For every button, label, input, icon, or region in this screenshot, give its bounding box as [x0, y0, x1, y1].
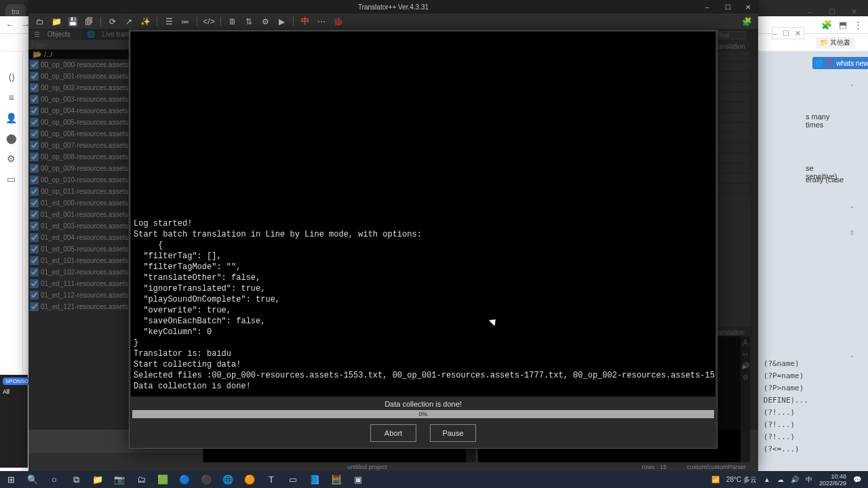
list2-icon[interactable]: ≔: [178, 15, 193, 28]
bars-icon[interactable]: ≡: [8, 92, 14, 103]
tree-check[interactable]: [30, 256, 39, 265]
tree-check[interactable]: [30, 152, 39, 161]
taskbar-app[interactable]: 📁: [87, 471, 108, 488]
notif-icon[interactable]: 💬: [853, 476, 861, 483]
tree-check[interactable]: [30, 118, 39, 127]
tab-objects[interactable]: ☰ Objects: [28, 30, 81, 40]
more-icon[interactable]: ⋮: [854, 20, 863, 30]
tree-check[interactable]: [30, 176, 39, 184]
min-button[interactable]: –: [697, 0, 717, 14]
gear-icon[interactable]: ⚙: [7, 153, 16, 164]
tree-check[interactable]: [30, 279, 39, 288]
share-icon[interactable]: ⇪: [849, 229, 854, 237]
taskbar-app[interactable]: 🌐: [217, 471, 239, 488]
whatsnew-button[interactable]: ❓ whats new?: [823, 57, 868, 69]
status-rows: rows : 15: [642, 464, 667, 470]
taskbar-app[interactable]: 🧮: [326, 471, 347, 488]
tray-icon[interactable]: 📶: [711, 476, 719, 483]
gear-icon[interactable]: ⚙: [258, 15, 273, 28]
sponsor-block: SPONSO All: [0, 375, 28, 468]
option-icon[interactable]: ⋯: [314, 15, 329, 28]
tree-check[interactable]: [30, 95, 39, 104]
taskbar-app[interactable]: 📷: [108, 471, 130, 488]
tree-check[interactable]: [30, 222, 39, 230]
taskbar-app[interactable]: 🟩: [152, 471, 174, 488]
code-icon[interactable]: ⟨⟩: [8, 72, 15, 83]
taskbar-app[interactable]: 🗂: [130, 471, 152, 488]
chevron-down-icon[interactable]: ⌄: [849, 202, 854, 209]
code-icon[interactable]: </>: [201, 15, 216, 28]
titlebar: Translator++ Ver.4.3.31 – ☐ ✕: [28, 0, 758, 14]
tray-icon[interactable]: ☁: [777, 476, 784, 483]
scrollbar[interactable]: [750, 30, 758, 462]
taskbar-app[interactable]: 🔵: [174, 471, 195, 488]
ext-icon-2[interactable]: ⬒: [839, 20, 847, 30]
video-icon[interactable]: ⬤: [6, 133, 17, 144]
tree-check[interactable]: [30, 291, 39, 300]
tree-check[interactable]: [30, 164, 39, 173]
taskbar-app[interactable]: 🟠: [239, 471, 260, 488]
abort-button[interactable]: Abort: [370, 424, 416, 442]
weather[interactable]: 28°C 多云: [726, 475, 757, 485]
back-icon[interactable]: ←: [5, 20, 14, 30]
list-icon[interactable]: ☰: [161, 15, 176, 28]
statusbar: untitled project rows : 15 custom/custom…: [28, 462, 758, 472]
other-folder[interactable]: 📁 其他書: [816, 37, 854, 49]
bg-text: s many times: [806, 113, 845, 129]
tray-icon[interactable]: ▲: [764, 476, 770, 483]
window-title: Translator++ Ver.4.3.31: [358, 3, 429, 11]
app-window: Translator++ Ver.4.3.31 – ☐ ✕ 🗀 📁 💾 🗐 ⟳ …: [28, 0, 758, 472]
tree-check[interactable]: [30, 141, 39, 150]
tree-check[interactable]: [30, 199, 39, 207]
main-toolbar: 🗀 📁 💾 🗐 ⟳ ↗ ✨ ☰ ≔ </> 🗎 ⇅ ⚙ ▶ 中 ⋯ 🐞 🧩: [28, 14, 758, 30]
pause-button[interactable]: Pause: [430, 424, 476, 442]
ext-icon[interactable]: 🧩: [821, 20, 832, 30]
sort-icon[interactable]: ⇅: [241, 15, 256, 28]
taskbar-app[interactable]: 📘: [304, 471, 326, 488]
tree-check[interactable]: [30, 245, 39, 253]
tree-check[interactable]: [30, 106, 39, 115]
tree-check[interactable]: [30, 187, 39, 196]
tree-check[interactable]: [30, 210, 39, 219]
wand-icon[interactable]: ✨: [138, 15, 153, 28]
tree-check[interactable]: [30, 302, 39, 311]
tree-check[interactable]: [30, 233, 39, 242]
taskbar-app[interactable]: ▭: [282, 471, 304, 488]
flag-icon[interactable]: 中: [298, 15, 313, 28]
tray-icon[interactable]: 🔊: [791, 476, 799, 483]
chevron-down-icon[interactable]: ⌄: [849, 80, 854, 87]
doc-icon[interactable]: ▭: [7, 174, 16, 184]
tree-check[interactable]: [30, 129, 39, 138]
clock[interactable]: 10:482022/6/29: [819, 473, 846, 487]
saveall-icon[interactable]: 🗐: [81, 15, 96, 28]
refresh-icon[interactable]: ⟳: [105, 15, 120, 28]
max-button[interactable]: ☐: [717, 0, 738, 14]
ime-icon[interactable]: 中: [806, 475, 812, 485]
plugin-icon[interactable]: 🧩: [739, 15, 754, 28]
file-icon[interactable]: 🗎: [225, 15, 240, 28]
progress-bar: 0%: [132, 410, 714, 418]
tree-check[interactable]: [30, 60, 39, 69]
save-icon[interactable]: 💾: [65, 15, 80, 28]
bug-icon[interactable]: 🐞: [330, 15, 345, 28]
taskbar-app[interactable]: T: [260, 471, 282, 488]
status-project: untitled project: [347, 464, 387, 470]
tree-check[interactable]: [30, 83, 39, 92]
new-icon[interactable]: 🗀: [33, 15, 47, 28]
tree-check[interactable]: [30, 72, 39, 81]
taskbar-app[interactable]: ○: [43, 471, 65, 488]
export-icon[interactable]: ↗: [121, 15, 136, 28]
taskbar-app[interactable]: ▣: [347, 471, 369, 488]
open-icon[interactable]: 📁: [49, 15, 64, 28]
user-icon[interactable]: 👤: [5, 113, 17, 123]
status-parser: custom/customParser: [687, 464, 746, 470]
close-button[interactable]: ✕: [738, 0, 758, 14]
chevron-down-icon[interactable]: ⌄: [849, 351, 854, 359]
taskbar-app[interactable]: ⧉: [65, 471, 87, 488]
tree-check[interactable]: [30, 268, 39, 277]
play-icon[interactable]: ▶: [274, 15, 289, 28]
taskbar-app[interactable]: ⊞: [0, 471, 22, 488]
taskbar-app[interactable]: ⚫: [195, 471, 217, 488]
log-output: Log started! Start batch translation in …: [131, 32, 715, 396]
taskbar-app[interactable]: 🔍: [22, 471, 43, 488]
